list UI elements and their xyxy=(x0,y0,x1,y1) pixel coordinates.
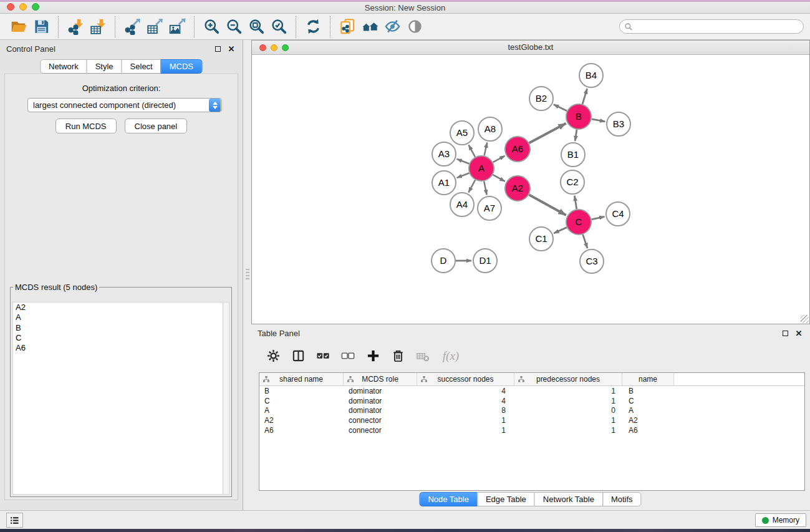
node-A3[interactable]: A3 xyxy=(432,142,456,166)
node-B3[interactable]: B3 xyxy=(607,112,630,136)
table-cell[interactable]: connector xyxy=(344,426,417,435)
deselect-all-checkboxes-icon[interactable] xyxy=(340,348,356,364)
zoom-fit-icon[interactable] xyxy=(246,16,266,37)
search-field[interactable] xyxy=(619,19,804,34)
edge-B-B3[interactable] xyxy=(592,119,605,122)
minimize-window-icon[interactable] xyxy=(271,44,277,51)
edge-A-A4[interactable] xyxy=(468,180,475,193)
edge-B-B4[interactable] xyxy=(582,89,587,104)
table-cell[interactable]: A xyxy=(622,406,674,415)
result-item[interactable]: A6 xyxy=(13,343,229,353)
window-resize-grip[interactable] xyxy=(801,315,809,323)
table-body[interactable]: Bdominator41BCdominator41CAdominator80AA… xyxy=(259,386,804,435)
node-table[interactable]: shared nameMCDS rolesuccessor nodesprede… xyxy=(259,372,805,491)
table-cell[interactable]: 4 xyxy=(417,387,514,395)
close-panel-icon[interactable]: ✕ xyxy=(226,44,236,54)
node-A5[interactable]: A5 xyxy=(450,121,474,145)
edge-A-A3[interactable] xyxy=(457,159,470,164)
edge-C-C2[interactable] xyxy=(574,196,576,210)
edge-C-C1[interactable] xyxy=(554,228,567,233)
table-cell[interactable]: A xyxy=(259,406,344,415)
node-A8[interactable]: A8 xyxy=(478,117,502,141)
table-cell[interactable]: A2 xyxy=(259,416,344,425)
table-cell[interactable]: 1 xyxy=(514,416,622,425)
result-item[interactable]: B xyxy=(13,323,229,333)
close-panel-button[interactable]: Close panel xyxy=(125,118,188,133)
import-network-icon[interactable] xyxy=(65,16,85,37)
export-table-icon[interactable] xyxy=(145,16,165,37)
node-B[interactable]: B xyxy=(566,104,591,129)
table-cell[interactable]: A6 xyxy=(622,426,674,435)
edge-C-C4[interactable] xyxy=(592,216,605,219)
edge-A-A5[interactable] xyxy=(469,145,475,157)
level-of-detail-eye-icon[interactable] xyxy=(405,16,425,37)
network-window-controls[interactable] xyxy=(259,44,289,51)
network-window-titlebar[interactable]: testGlobe.txt xyxy=(252,41,809,55)
window-controls[interactable] xyxy=(7,3,39,11)
zoom-window-icon[interactable] xyxy=(282,44,289,51)
table-cell[interactable]: A2 xyxy=(622,416,674,425)
tab-node-table[interactable]: Node Table xyxy=(419,492,478,506)
result-item[interactable]: C xyxy=(13,333,229,343)
columns-icon[interactable] xyxy=(290,348,306,364)
table-cell[interactable]: C xyxy=(622,397,674,405)
tab-style[interactable]: Style xyxy=(87,59,122,74)
refresh-icon[interactable] xyxy=(303,16,323,37)
table-cell[interactable]: A6 xyxy=(259,426,344,435)
edge-A-A8[interactable] xyxy=(485,142,488,155)
column-header-successor-nodes[interactable]: successor nodes xyxy=(417,373,514,385)
node-B4[interactable]: B4 xyxy=(579,64,603,87)
column-header-MCDS-role[interactable]: MCDS role xyxy=(344,373,417,385)
hide-graphics-details-icon[interactable] xyxy=(382,16,402,37)
table-cell[interactable]: B xyxy=(622,387,674,395)
save-session-icon[interactable] xyxy=(31,16,51,37)
column-header-shared-name[interactable]: shared name xyxy=(259,373,344,385)
table-row[interactable]: A6connector11A6 xyxy=(259,425,804,435)
table-cell[interactable]: 1 xyxy=(514,397,622,405)
zoom-out-icon[interactable] xyxy=(224,16,244,37)
node-C[interactable]: C xyxy=(566,210,591,235)
node-C1[interactable]: C1 xyxy=(529,227,553,251)
close-panel-icon[interactable]: ✕ xyxy=(794,328,804,338)
run-mcds-button[interactable]: Run MCDS xyxy=(55,118,117,133)
edge-A-A1[interactable] xyxy=(457,173,470,178)
edge-A-A2[interactable] xyxy=(493,175,504,181)
duplicate-network-icon[interactable] xyxy=(337,16,357,37)
edge-A6-B[interactable] xyxy=(529,123,566,143)
table-cell[interactable]: dominator xyxy=(344,387,417,395)
edge-A2-C[interactable] xyxy=(529,195,566,215)
edge-C-C3[interactable] xyxy=(583,235,587,248)
node-D[interactable]: D xyxy=(432,249,455,273)
table-cell[interactable]: 1 xyxy=(417,426,514,435)
table-header-row[interactable]: shared nameMCDS rolesuccessor nodesprede… xyxy=(259,373,804,386)
export-image-icon[interactable] xyxy=(167,16,187,37)
vertical-splitter-grip[interactable] xyxy=(246,269,249,280)
zoom-in-icon[interactable] xyxy=(201,16,221,37)
node-B1[interactable]: B1 xyxy=(561,143,585,167)
table-cell[interactable]: dominator xyxy=(344,406,417,415)
search-input[interactable] xyxy=(633,21,803,32)
tab-motifs[interactable]: Motifs xyxy=(602,492,642,506)
node-A4[interactable]: A4 xyxy=(450,193,474,216)
close-window-icon[interactable] xyxy=(259,44,266,51)
result-item[interactable]: A xyxy=(13,312,229,322)
export-network-icon[interactable] xyxy=(122,16,142,37)
memory-button[interactable]: Memory xyxy=(755,513,806,527)
network-canvas[interactable]: AA1A3A5A8A4A7A6A2BB2B4B3B1CC2C4C1C3DD1 xyxy=(252,55,809,324)
node-C3[interactable]: C3 xyxy=(580,249,604,273)
result-item[interactable]: A2 xyxy=(13,302,229,312)
table-cell[interactable]: 1 xyxy=(514,387,622,395)
add-row-icon[interactable] xyxy=(365,348,381,364)
table-cell[interactable]: 0 xyxy=(514,406,622,415)
edge-B-B2[interactable] xyxy=(554,105,567,111)
home-icon[interactable] xyxy=(360,16,380,37)
table-cell[interactable]: B xyxy=(259,387,344,395)
table-cell[interactable]: 1 xyxy=(514,426,622,435)
table-cell[interactable]: 1 xyxy=(417,416,514,425)
criterion-dropdown[interactable]: largest connected component (directed) xyxy=(27,98,222,112)
table-row[interactable]: Adominator80A xyxy=(259,405,804,415)
table-cell[interactable]: 4 xyxy=(417,397,514,405)
float-panel-icon[interactable] xyxy=(780,328,790,338)
node-C4[interactable]: C4 xyxy=(606,202,630,226)
destroy-table-icon[interactable] xyxy=(415,348,431,364)
